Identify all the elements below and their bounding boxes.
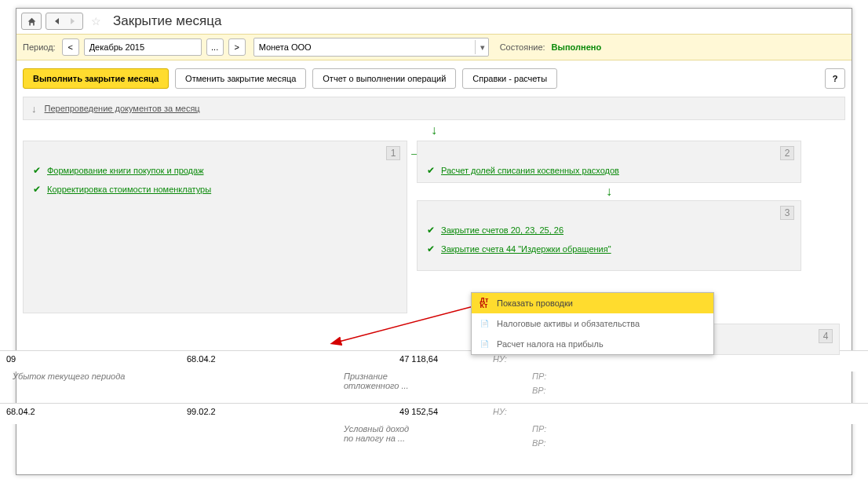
check-icon: ✔ xyxy=(427,225,435,236)
ctx-profit-tax[interactable]: 📄 Расчет налога на прибыль xyxy=(472,334,713,354)
dropdown-icon: ▾ xyxy=(475,40,485,54)
ctx-show-postings[interactable]: ДтКт Показать проводки xyxy=(472,293,713,313)
acc-kt: 68.04.2 xyxy=(187,354,344,368)
page-title: Закрытие месяца xyxy=(113,13,221,29)
org-value: Монета ООО xyxy=(259,42,312,52)
block-number: 3 xyxy=(780,206,794,220)
report-button[interactable]: Отчет о выполнении операций xyxy=(312,68,456,89)
desc: Убыток текущего периода xyxy=(6,371,187,400)
period-next[interactable]: > xyxy=(228,38,246,56)
acc-kt: 99.02.2 xyxy=(187,407,344,421)
reprocess-link[interactable]: Перепроведение документов за месяц xyxy=(45,104,200,113)
check-icon: ✔ xyxy=(33,165,41,176)
op-link[interactable]: Закрытие счетов 20, 23, 25, 26 xyxy=(441,225,563,235)
block-number: 4 xyxy=(819,329,833,343)
flow-arrow-icon: ↓ xyxy=(417,185,801,199)
amount: 49 152,54 xyxy=(344,407,461,421)
dtkt-icon: ДтКт xyxy=(478,297,491,309)
op-link[interactable]: Формирование книги покупок и продаж xyxy=(47,166,204,175)
state-label: Состояние: xyxy=(500,42,545,52)
block-4: 4 xyxy=(698,324,840,355)
state-value: Выполнено xyxy=(552,42,602,52)
home-button[interactable] xyxy=(21,13,42,30)
refs-button[interactable]: Справки - расчеты xyxy=(462,68,557,89)
ctx-tax-assets[interactable]: 📄 Налоговые активы и обязательства xyxy=(472,313,713,334)
check-icon: ✔ xyxy=(427,165,435,176)
amount: 47 118,64 xyxy=(344,354,461,368)
org-select[interactable]: Монета ООО ▾ xyxy=(253,38,489,57)
acc-dt: 09 xyxy=(6,354,187,368)
context-menu: ДтКт Показать проводки 📄 Налоговые актив… xyxy=(471,292,714,355)
block-number: 2 xyxy=(780,146,794,160)
op-link[interactable]: Корректировка стоимости номенклатуры xyxy=(47,185,211,194)
run-button[interactable]: Выполнить закрытие месяца xyxy=(23,68,169,89)
check-icon: ✔ xyxy=(33,184,41,195)
postings-grid: 09 68.04.2 47 118,64 НУ: Убыток текущего… xyxy=(0,350,868,456)
down-arrow-icon: ↓ xyxy=(31,103,37,115)
cancel-button[interactable]: Отменить закрытие месяца xyxy=(175,68,306,89)
op-link[interactable]: Расчет долей списания косвенных расходов xyxy=(441,166,619,175)
period-value: Декабрь 2015 xyxy=(89,42,144,52)
op-link[interactable]: Закрытие счета 44 "Издержки обращения" xyxy=(441,244,611,254)
period-prev[interactable]: < xyxy=(62,38,79,56)
block-number: 1 xyxy=(386,146,400,160)
acc-dt: 68.04.2 xyxy=(6,407,187,421)
help-button[interactable]: ? xyxy=(825,68,845,89)
check-icon: ✔ xyxy=(427,243,435,254)
doc-icon: 📄 xyxy=(478,317,491,330)
star-icon[interactable]: ☆ xyxy=(87,13,104,30)
doc-icon: 📄 xyxy=(478,338,491,350)
period-label: Период: xyxy=(23,42,56,52)
nav-back-fwd[interactable] xyxy=(46,13,83,30)
period-field[interactable]: Декабрь 2015 xyxy=(84,38,202,56)
flow-arrow-icon: ↓ xyxy=(23,123,845,137)
period-picker[interactable]: ... xyxy=(206,38,224,56)
